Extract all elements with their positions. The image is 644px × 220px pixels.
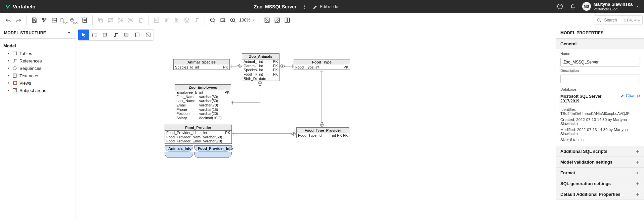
fit-icon: 1:1 xyxy=(219,17,226,24)
zoom-dropdown[interactable]: 100% xyxy=(239,17,255,23)
unlink-button[interactable] xyxy=(116,15,126,25)
chevron-down-icon xyxy=(635,4,639,8)
brand-logo[interactable]: Vertabelo xyxy=(5,4,36,10)
align-top-button[interactable] xyxy=(162,15,172,25)
share-button[interactable] xyxy=(39,15,49,25)
hide-button[interactable] xyxy=(105,15,116,25)
model-desc-input[interactable] xyxy=(560,75,640,83)
top-center: Zoo_MSSQLServer Edit mode xyxy=(36,4,557,9)
tree-item-subjectareas[interactable]: Subject areas xyxy=(3,87,72,94)
svg-point-74 xyxy=(237,65,239,67)
grid-c-button[interactable] xyxy=(282,15,292,25)
grid-b-button[interactable] xyxy=(272,15,282,25)
svg-rect-10 xyxy=(83,18,87,22)
xml-export-button[interactable] xyxy=(80,15,90,25)
save-button[interactable] xyxy=(29,15,39,25)
user-subtitle: Vertabelo Blog xyxy=(594,7,633,11)
section-default-props-header[interactable]: Default Additional Properties xyxy=(556,189,644,200)
section-validation-header[interactable]: Model validation settings xyxy=(556,157,644,167)
chevron-down-icon xyxy=(252,18,255,22)
align-bottom-button[interactable] xyxy=(172,15,182,25)
bell-icon[interactable] xyxy=(569,3,576,10)
help-icon[interactable]: ? xyxy=(557,3,563,10)
vertabelo-logo-icon xyxy=(5,4,11,10)
user-menu[interactable]: MS Martyna Slawinska Vertabelo Blog xyxy=(582,2,639,11)
model-structure-header[interactable]: MODEL STRUCTURE xyxy=(0,27,76,39)
tree-item-sequences[interactable]: Sequences xyxy=(3,64,72,72)
table-food-provider[interactable]: Food_Provider Food_Provider_IdintPK Food… xyxy=(165,125,232,144)
svg-point-48 xyxy=(598,18,600,21)
layers-button[interactable] xyxy=(182,15,192,25)
kebab-icon[interactable] xyxy=(302,4,307,9)
svg-rect-27 xyxy=(175,18,176,21)
eye-off-icon xyxy=(107,17,114,24)
cut-button[interactable] xyxy=(126,15,136,25)
grid-c-icon xyxy=(284,17,291,24)
undo-button[interactable] xyxy=(3,15,13,25)
route-icon xyxy=(194,17,200,24)
copy-icon xyxy=(97,17,104,24)
caret-right-icon xyxy=(7,82,10,84)
resize-button[interactable] xyxy=(152,15,162,25)
model-name-input[interactable] xyxy=(560,58,640,67)
topbar: Vertabelo Zoo_MSSQLServer Edit mode ? MS… xyxy=(0,0,644,13)
zoom-out-button[interactable] xyxy=(208,15,218,25)
table-food-type-provider[interactable]: Food_Type_Provider Food_Type_Idint PK FK xyxy=(296,127,349,138)
size-text: Size: 6 tables xyxy=(560,138,640,142)
copy-button[interactable] xyxy=(95,15,105,25)
user-name: Martyna Slawinska xyxy=(594,2,633,7)
tree-root[interactable]: Model xyxy=(3,43,72,48)
properties-panel: MODEL PROPERTIES General Name Descriptio… xyxy=(556,27,644,220)
section-format: Format xyxy=(556,168,644,178)
table-row: Species_IdintPK xyxy=(174,65,229,70)
search-input[interactable] xyxy=(604,18,621,23)
zoom-in-button[interactable] xyxy=(228,15,238,25)
pdf-export-button[interactable]: PDF xyxy=(59,15,70,25)
diagram-canvas[interactable]: + + xyxy=(76,27,556,220)
table-row: Emailvarchar(70) xyxy=(175,103,231,107)
delete-button[interactable] xyxy=(136,15,146,25)
svg-line-44 xyxy=(277,19,280,22)
image-export-button[interactable] xyxy=(49,15,59,25)
edit-mode-toggle[interactable]: Edit mode xyxy=(313,4,338,9)
section-format-header[interactable]: Format xyxy=(556,168,644,178)
view-animals-info[interactable]: Animals_Info xyxy=(165,145,193,151)
svg-rect-47 xyxy=(288,18,290,22)
svg-text:1:1: 1:1 xyxy=(221,19,224,21)
erd-connections xyxy=(76,27,556,220)
pencil-icon xyxy=(620,94,625,98)
table-animal-species[interactable]: Animal_Species Species_IdintPK xyxy=(173,59,230,70)
plus-icon xyxy=(635,149,640,154)
tree-item-views[interactable]: Views xyxy=(3,79,72,87)
svg-point-79 xyxy=(259,84,261,86)
route-button[interactable] xyxy=(192,15,202,25)
tree-item-references[interactable]: References xyxy=(3,57,72,64)
layers-icon xyxy=(183,17,190,24)
zoom-in-icon xyxy=(229,17,236,24)
table-zoo-animals[interactable]: Zoo_Animals Animal_IdintPK Caretaker_Idi… xyxy=(242,53,280,81)
redo-button[interactable] xyxy=(13,15,24,25)
db-value: Microsoft SQL Server 2017/2019 xyxy=(560,94,618,103)
db-label: Database xyxy=(560,87,640,91)
plus-icon xyxy=(635,160,640,165)
caret-right-icon xyxy=(7,74,10,77)
sql-export-button[interactable]: SQL xyxy=(70,15,80,25)
share-icon xyxy=(41,17,48,24)
view-food-provider-info[interactable]: Food_Provider_Info xyxy=(194,145,232,151)
section-general: General Name Description Database Micros… xyxy=(556,39,644,146)
svg-line-40 xyxy=(265,19,268,22)
change-db-link[interactable]: Change xyxy=(620,93,640,98)
tree-item-textnotes[interactable]: Text notes xyxy=(3,72,72,79)
table-zoo-employees[interactable]: Zoo_Employees Employee_IdintPK First_Nam… xyxy=(175,84,231,120)
tree-item-tables[interactable]: Tables xyxy=(3,50,72,57)
search-box[interactable]: CTRL + F xyxy=(594,15,643,25)
section-additional-sql-header[interactable]: Additional SQL scripts xyxy=(556,146,644,157)
grid-a-button[interactable] xyxy=(262,15,272,25)
svg-rect-14 xyxy=(100,19,102,22)
table-food-type[interactable]: Food_Type Food_Type_IdintPK xyxy=(294,59,350,70)
section-sql-gen-header[interactable]: SQL generation settings xyxy=(556,178,644,189)
zoom-fit-button[interactable]: 1:1 xyxy=(218,15,228,25)
grid-a-icon xyxy=(264,17,270,24)
section-general-header[interactable]: General xyxy=(556,39,644,49)
svg-line-60 xyxy=(15,89,16,90)
